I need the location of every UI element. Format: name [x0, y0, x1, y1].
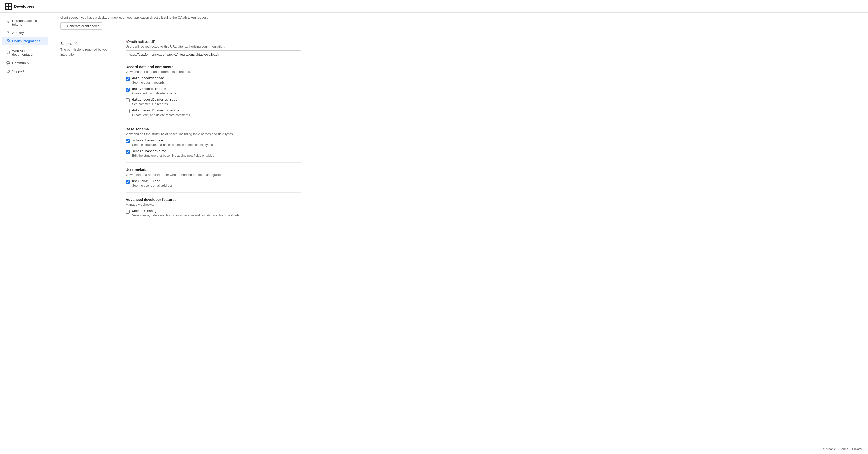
section-advanced-developer-title: Advanced developer features	[126, 198, 301, 202]
scope-webhook-manage-checkbox[interactable]	[126, 210, 130, 214]
scope-schema-bases-write-checkbox[interactable]	[126, 150, 130, 154]
logo-text: Developers	[14, 4, 34, 8]
scope-schema-bases-write-name: schema.bases:write	[132, 150, 214, 153]
top-partial-text: client secret if you have a desktop, mob…	[60, 15, 858, 19]
scope-user-email-read: user.email:read See the user's email add…	[126, 180, 301, 187]
section-base-schema: Base schema View and edit the structure …	[126, 127, 301, 157]
redirect-label-text: OAuth redirect URL	[127, 40, 157, 44]
scope-webhook-manage: webhook:manage View, create, delete webh…	[126, 209, 301, 217]
sections-container: Record data and comments View and edit d…	[126, 65, 301, 217]
svg-rect-3	[6, 6, 8, 8]
footer: © Airtable Terms Privacy	[0, 444, 868, 454]
scope-data-record-comments-write-name: data.recordComments:write	[132, 109, 190, 112]
scope-data-records-write: data.records:write Create, edit, and del…	[126, 87, 301, 95]
sidebar-item-oauth-label: OAuth integrations	[12, 39, 40, 43]
scope-schema-bases-write-label: schema.bases:write Edit the structure of…	[132, 150, 214, 157]
scope-schema-bases-write: schema.bases:write Edit the structure of…	[126, 150, 301, 157]
logo-icon	[5, 3, 12, 10]
redirect-label: *OAuth redirect URL	[126, 40, 301, 44]
key-icon	[6, 21, 10, 25]
scope-data-record-comments-write: data.recordComments:write Create, edit, …	[126, 109, 301, 117]
content-wrapper: Scopes ? The permissions required by you…	[60, 35, 858, 220]
left-panel: Scopes ? The permissions required by you…	[60, 40, 116, 220]
sidebar-item-community-label: Community	[12, 61, 29, 65]
scope-data-records-read: data.records:read See the data in record…	[126, 76, 301, 85]
scopes-info-icon[interactable]: ?	[73, 42, 77, 45]
scope-data-records-read-checkbox[interactable]	[126, 77, 130, 81]
scope-webhook-manage-desc: View, create, delete webhooks for a base…	[132, 214, 240, 217]
section-advanced-developer: Advanced developer features Manage webho…	[126, 198, 301, 217]
top-header: Developers	[0, 0, 868, 12]
scope-webhook-manage-name: webhook:manage	[132, 209, 240, 213]
footer-privacy-link[interactable]: Privacy	[852, 448, 862, 451]
right-panel: *OAuth redirect URL Users will be redire…	[126, 40, 301, 220]
scope-user-email-read-desc: See the user's email address	[132, 184, 173, 187]
scope-data-records-write-desc: Create, edit, and delete records	[132, 92, 176, 95]
scope-data-record-comments-write-desc: Create, edit, and delete record comments	[132, 113, 190, 117]
sidebar-item-personal-access-tokens-label: Personal access tokens	[12, 19, 44, 26]
footer-copyright: © Airtable	[823, 448, 836, 451]
scope-user-email-read-name: user.email:read	[132, 180, 173, 183]
divider-3	[126, 192, 301, 193]
scope-user-email-read-checkbox[interactable]	[126, 180, 130, 184]
scope-data-record-comments-write-checkbox[interactable]	[126, 109, 130, 113]
section-advanced-developer-desc: Manage webhooks.	[126, 203, 301, 206]
svg-line-6	[8, 23, 10, 24]
scope-data-record-comments-write-label: data.recordComments:write Create, edit, …	[132, 109, 190, 117]
doc-icon	[6, 51, 10, 55]
sidebar-item-support[interactable]: Support	[2, 67, 48, 75]
scope-schema-bases-write-desc: Edit the structure of a base, like addin…	[132, 154, 214, 157]
generate-client-secret-button[interactable]: + Generate client secret	[60, 22, 102, 30]
top-partial: client secret if you have a desktop, mob…	[60, 12, 858, 35]
sidebar: Personal access tokens API key OAuth int…	[0, 12, 50, 444]
redirect-url-input[interactable]	[126, 51, 301, 59]
generate-client-secret-label: + Generate client secret	[64, 24, 99, 28]
section-user-metadata-title: User metadata	[126, 168, 301, 172]
oauth-icon	[6, 39, 10, 43]
sidebar-item-web-api-label: Web API documentation	[12, 49, 44, 57]
footer-terms-link[interactable]: Terms	[840, 448, 848, 451]
section-base-schema-title: Base schema	[126, 127, 301, 131]
scope-data-records-read-label: data.records:read See the data in record…	[132, 76, 164, 85]
redirect-sublabel: Users will be redirected to this URL aft…	[126, 45, 301, 48]
scope-schema-bases-read: schema.bases:read See the structure of a…	[126, 139, 301, 147]
sidebar-item-community[interactable]: Community	[2, 59, 48, 67]
scope-data-record-comments-read-name: data.recordComments:read	[132, 98, 177, 102]
svg-point-9	[7, 40, 9, 42]
sidebar-item-personal-access-tokens[interactable]: Personal access tokens	[2, 17, 48, 28]
divider-2	[126, 162, 301, 163]
scope-user-email-read-label: user.email:read See the user's email add…	[132, 180, 173, 187]
section-user-metadata: User metadata View metadata about the us…	[126, 168, 301, 187]
scope-data-record-comments-read-label: data.recordComments:read See comments in…	[132, 98, 177, 106]
section-record-data: Record data and comments View and edit d…	[126, 65, 301, 117]
scope-data-record-comments-read-desc: See comments in records	[132, 102, 168, 106]
scope-schema-bases-read-name: schema.bases:read	[132, 139, 213, 142]
scope-data-records-read-desc: See the data in records	[132, 81, 164, 85]
sidebar-item-oauth-integrations[interactable]: OAuth integrations	[2, 37, 48, 45]
section-record-data-desc: View and edit data and comments in recor…	[126, 70, 301, 73]
scopes-title: Scopes ?	[60, 42, 116, 46]
logo[interactable]: Developers	[5, 3, 34, 10]
main-content: client secret if you have a desktop, mob…	[50, 12, 868, 444]
svg-rect-0	[5, 3, 12, 10]
scope-data-record-comments-read-checkbox[interactable]	[126, 98, 130, 102]
scope-data-records-write-name: data.records:write	[132, 87, 176, 91]
sidebar-item-api-key[interactable]: API key	[2, 29, 48, 37]
svg-rect-1	[6, 4, 8, 6]
section-base-schema-desc: View and edit the structure of bases, in…	[126, 132, 301, 136]
scopes-title-text: Scopes	[60, 42, 72, 46]
chat-icon	[6, 61, 10, 65]
scope-schema-bases-read-checkbox[interactable]	[126, 139, 130, 143]
scopes-desc: The permissions required by your integra…	[60, 47, 116, 57]
scope-data-records-read-name: data.records:read	[132, 76, 164, 80]
layout: Personal access tokens API key OAuth int…	[0, 12, 868, 444]
oauth-redirect-section: *OAuth redirect URL Users will be redire…	[126, 40, 301, 59]
section-record-data-title: Record data and comments	[126, 65, 301, 69]
scope-schema-bases-read-label: schema.bases:read See the structure of a…	[132, 139, 213, 147]
help-icon	[6, 69, 10, 73]
svg-line-8	[8, 33, 10, 34]
sidebar-item-web-api-documentation[interactable]: Web API documentation	[2, 47, 48, 59]
scope-data-records-write-checkbox[interactable]	[126, 88, 130, 92]
scope-webhook-manage-label: webhook:manage View, create, delete webh…	[132, 209, 240, 217]
scope-data-record-comments-read: data.recordComments:read See comments in…	[126, 98, 301, 106]
